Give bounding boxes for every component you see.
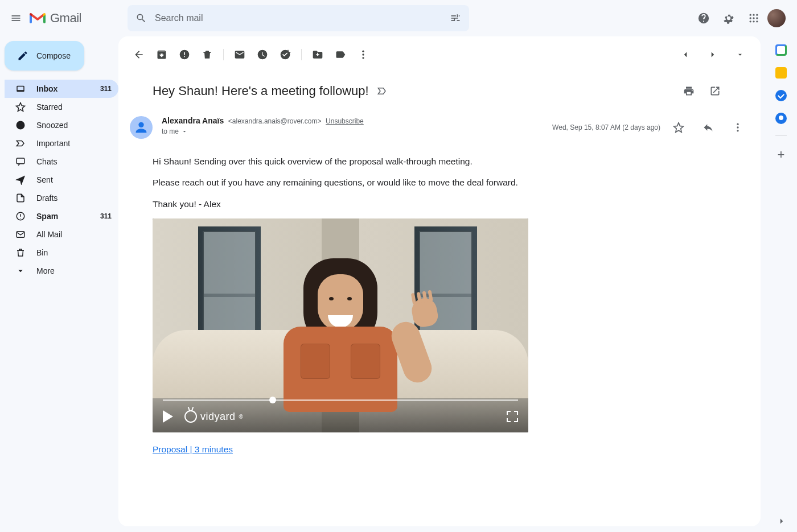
- move-to-button[interactable]: [306, 43, 329, 66]
- search-options-icon[interactable]: [450, 13, 461, 24]
- sidebar-item-label: Inbox: [36, 84, 100, 93]
- sidebar: Compose Inbox311StarredSnoozedImportantC…: [0, 36, 118, 532]
- sidebar-item-label: Spam: [36, 212, 100, 221]
- star-icon: [15, 102, 26, 112]
- important-marker-icon[interactable]: [377, 86, 387, 96]
- sender-avatar[interactable]: [130, 116, 153, 139]
- settings-button[interactable]: [717, 7, 740, 30]
- search-input[interactable]: [155, 13, 450, 23]
- keep-icon[interactable]: [775, 67, 787, 79]
- video-link[interactable]: Proposal | 3 minutes: [153, 443, 233, 456]
- logo-text: Gmail: [50, 11, 81, 26]
- add-addon-icon[interactable]: +: [778, 147, 785, 162]
- delete-button[interactable]: [196, 43, 219, 66]
- svg-point-22: [737, 126, 738, 128]
- tasks-icon[interactable]: [775, 90, 787, 101]
- older-button[interactable]: [674, 43, 697, 66]
- svg-rect-12: [18, 86, 24, 90]
- more-button[interactable]: [352, 43, 375, 66]
- input-tools-button[interactable]: [729, 43, 751, 66]
- report-spam-button[interactable]: [173, 43, 196, 66]
- show-details-icon[interactable]: [181, 128, 188, 135]
- support-button[interactable]: [692, 7, 715, 30]
- mail-icon: [15, 229, 26, 240]
- unsubscribe-link[interactable]: Unsubscribe: [326, 117, 364, 125]
- sidebar-item-label: Bin: [36, 248, 112, 257]
- svg-point-20: [138, 122, 143, 127]
- sender-name: Alexandra Anaïs: [162, 116, 224, 125]
- file-icon: [15, 193, 26, 203]
- svg-point-18: [362, 53, 364, 55]
- apps-button[interactable]: [742, 7, 765, 30]
- svg-point-5: [750, 17, 751, 19]
- sidebar-item-starred[interactable]: Starred: [5, 98, 118, 116]
- svg-point-21: [737, 123, 738, 125]
- main-content: Hey Shaun! Here's a meeting followup!: [118, 36, 761, 526]
- side-panel: +: [765, 36, 797, 532]
- labels-button[interactable]: [329, 43, 352, 66]
- compose-label: Compose: [36, 51, 71, 60]
- sidebar-item-snoozed[interactable]: Snoozed: [5, 116, 118, 134]
- sidebar-item-bin[interactable]: Bin: [5, 244, 118, 262]
- fullscreen-icon[interactable]: [507, 411, 518, 422]
- snooze-button[interactable]: [251, 43, 274, 66]
- add-to-tasks-button[interactable]: [274, 43, 297, 66]
- reply-button[interactable]: [697, 116, 720, 139]
- sidebar-item-more[interactable]: More: [5, 262, 118, 280]
- svg-rect-14: [17, 158, 24, 164]
- mark-unread-button[interactable]: [228, 43, 251, 66]
- body-paragraph: Hi Shaun! Sending over this quick overvi…: [153, 155, 726, 168]
- toolbar: [118, 41, 761, 68]
- body-paragraph: Please reach out if you have any remaini…: [153, 176, 726, 189]
- sidebar-item-label: Important: [36, 139, 112, 148]
- chat-icon: [15, 156, 26, 167]
- contacts-icon[interactable]: [775, 113, 787, 124]
- sidebar-item-sent[interactable]: Sent: [5, 171, 118, 189]
- print-button[interactable]: [677, 80, 700, 102]
- sidebar-item-all-mail[interactable]: All Mail: [5, 225, 118, 244]
- to-line: to me: [162, 127, 179, 135]
- vidyard-logo: vidyard®: [184, 409, 243, 424]
- sidebar-item-chats[interactable]: Chats: [5, 152, 118, 171]
- video-progress-bar[interactable]: [163, 399, 518, 401]
- svg-point-17: [362, 51, 364, 52]
- sidebar-item-important[interactable]: Important: [5, 134, 118, 152]
- body-paragraph: Thank you! - Alex: [153, 197, 726, 211]
- sidebar-item-label: More: [36, 266, 112, 275]
- svg-point-3: [753, 14, 754, 16]
- sidebar-item-label: Chats: [36, 157, 112, 166]
- sidebar-item-inbox[interactable]: Inbox311: [5, 80, 118, 98]
- expand-icon: [15, 266, 26, 276]
- open-new-window-button[interactable]: [704, 80, 726, 102]
- newer-button[interactable]: [701, 43, 724, 66]
- svg-point-2: [750, 14, 751, 16]
- svg-point-8: [750, 20, 751, 22]
- more-actions-button[interactable]: [726, 116, 749, 139]
- play-icon[interactable]: [163, 410, 173, 423]
- star-button[interactable]: [667, 116, 690, 139]
- spam-icon: [15, 211, 26, 221]
- sidebar-item-drafts[interactable]: Drafts: [5, 189, 118, 207]
- sender-email: <alexandra.anais@rover.com>: [228, 117, 322, 125]
- sidebar-item-spam[interactable]: Spam311: [5, 207, 118, 225]
- calendar-icon[interactable]: [775, 44, 787, 56]
- video-thumbnail[interactable]: vidyard®: [153, 218, 528, 432]
- sidebar-item-label: Snoozed: [36, 121, 112, 130]
- account-avatar[interactable]: [767, 9, 786, 27]
- hide-side-panel-icon[interactable]: [777, 516, 787, 529]
- compose-button[interactable]: Compose: [5, 41, 84, 71]
- header: Gmail: [0, 0, 797, 36]
- important-icon: [15, 138, 26, 149]
- main-menu-button[interactable]: [5, 7, 27, 30]
- pencil-icon: [17, 50, 28, 61]
- send-icon: [15, 175, 26, 185]
- back-button[interactable]: [128, 43, 150, 66]
- sidebar-item-label: Starred: [36, 102, 112, 112]
- trash-icon: [15, 248, 26, 258]
- search-bar[interactable]: [128, 5, 469, 31]
- svg-point-9: [753, 20, 754, 22]
- sidebar-item-count: 311: [100, 85, 112, 93]
- svg-point-6: [753, 17, 754, 19]
- logo[interactable]: Gmail: [30, 11, 81, 26]
- archive-button[interactable]: [150, 43, 173, 66]
